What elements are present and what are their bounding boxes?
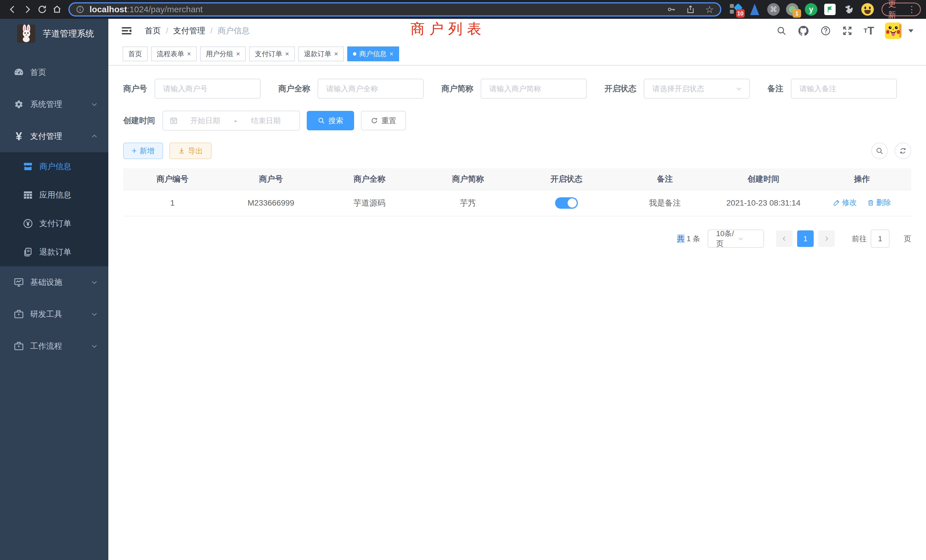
browser-forward-button[interactable] (20, 2, 35, 17)
star-icon: ☆ (705, 5, 714, 14)
tab-pay-order[interactable]: 支付订单× (249, 47, 295, 61)
delete-button[interactable]: 删除 (867, 198, 891, 207)
date-start-placeholder: 开始日期 (178, 116, 233, 126)
edit-button[interactable]: 修改 (833, 198, 857, 207)
plus-icon: + (132, 147, 137, 155)
sidebar-item-merchant-info[interactable]: 商户信息 (0, 152, 108, 181)
tab-home[interactable]: 首页 (123, 47, 148, 61)
close-icon[interactable]: × (389, 50, 393, 57)
browser-home-button[interactable] (50, 2, 64, 17)
sidebar-item-dev-tools[interactable]: 研发工具 (0, 298, 108, 330)
sidebar-logo-row[interactable]: 芋道管理系统 (0, 19, 108, 48)
chevron-down-icon (737, 235, 758, 242)
sidebar-item-label: 应用信息 (39, 190, 71, 200)
browser-reload-button[interactable] (35, 2, 50, 17)
font-size-button[interactable]: TT (864, 26, 874, 36)
toggle-search-button[interactable] (871, 142, 888, 159)
avatar-caret-icon[interactable] (908, 29, 914, 32)
goto-page-input[interactable] (871, 230, 890, 248)
tab-merchant-info-active[interactable]: 商户信息× (347, 47, 399, 61)
share-button[interactable] (686, 5, 695, 14)
prev-page-button[interactable] (776, 230, 793, 247)
breadcrumb-pay[interactable]: 支付管理 (173, 26, 205, 36)
close-icon[interactable]: × (285, 50, 289, 57)
filter-label: 商户号 (123, 83, 154, 94)
search-button[interactable]: 搜索 (307, 111, 354, 130)
toggle-knob (567, 198, 577, 207)
tab-label: 商户信息 (359, 49, 387, 59)
tab-label: 退款订单 (304, 49, 331, 59)
extension-cone[interactable] (748, 3, 761, 16)
close-icon[interactable]: × (187, 50, 191, 57)
browser-update-button[interactable]: 更新 ⋮ (882, 3, 921, 16)
short-name-input[interactable] (481, 79, 587, 98)
sidebar-item-home[interactable]: 首页 (0, 56, 108, 88)
extension-emoji[interactable] (861, 3, 874, 16)
extension-flag[interactable] (823, 3, 837, 16)
sidebar-item-system[interactable]: 系统管理 (0, 88, 108, 120)
extension-camera[interactable]: 1 (786, 3, 799, 16)
filter-full-name: 商户全称 (278, 79, 424, 98)
sidebar-collapse-button[interactable] (121, 25, 132, 36)
avatar-pikachu-image (885, 23, 902, 39)
col-short-name: 商户简称 (419, 168, 517, 190)
breadcrumb-home[interactable]: 首页 (145, 26, 161, 36)
user-avatar[interactable] (885, 23, 902, 39)
refresh-table-button[interactable] (895, 142, 911, 159)
next-page-button[interactable] (818, 230, 835, 247)
help-button[interactable] (820, 26, 831, 36)
browser-back-button[interactable] (5, 2, 20, 17)
sidebar-item-label: 研发工具 (30, 309, 62, 319)
password-key-button[interactable] (667, 5, 676, 14)
header-search-button[interactable] (776, 26, 787, 36)
export-button[interactable]: 导出 (169, 142, 212, 159)
github-button[interactable] (797, 25, 809, 37)
extension-badge-10: 10 (736, 9, 745, 18)
extension-command[interactable]: ⌘ (767, 3, 780, 16)
extensions-puzzle-button[interactable] (842, 3, 855, 16)
refund-doc-icon (22, 247, 34, 257)
close-icon[interactable]: × (236, 50, 240, 57)
close-icon[interactable]: × (334, 50, 338, 57)
tab-process-form[interactable]: 流程表单× (151, 47, 197, 61)
extension-icons: 10 ⌘ 1 y (729, 3, 874, 16)
page-number-1[interactable]: 1 (797, 230, 814, 247)
fullscreen-icon (842, 26, 853, 36)
address-bar[interactable]: localhost:1024/pay/merchant ☆ (68, 2, 721, 17)
add-button[interactable]: + 新增 (123, 142, 163, 159)
sidebar-item-label: 基础设施 (30, 277, 62, 288)
bookmark-star-button[interactable]: ☆ (705, 5, 714, 14)
full-name-input[interactable] (318, 79, 424, 98)
sidebar-item-app-info[interactable]: 应用信息 (0, 181, 108, 209)
sidebar-item-pay[interactable]: ¥ 支付管理 (0, 120, 108, 152)
remark-input[interactable] (791, 79, 897, 98)
tab-refund-order[interactable]: 退款订单× (298, 47, 344, 61)
table-row: 1 M233666999 芋道源码 芋艿 我是备注 2021-10-23 08:… (123, 190, 911, 216)
create-time-range-picker[interactable]: 开始日期 - 结束日期 (162, 110, 300, 130)
sidebar-item-infrastructure[interactable]: 基础设施 (0, 266, 108, 298)
tab-label: 首页 (128, 49, 142, 59)
breadcrumb-current: 商户信息 (218, 26, 250, 36)
back-icon (8, 5, 17, 14)
main-area: 首页 / 支付管理 / 商户信息 商户列表 (108, 19, 926, 560)
reset-button[interactable]: 重置 (361, 111, 406, 130)
page-size-select[interactable]: 10条/页 (708, 230, 764, 248)
sidebar-item-workflow[interactable]: 工作流程 (0, 330, 108, 362)
extension-y[interactable]: y (805, 3, 818, 16)
chevron-right-icon (823, 235, 830, 242)
chevron-down-icon (91, 310, 98, 318)
site-info-icon[interactable] (76, 5, 85, 14)
table-toolbar: + 新增 导出 (123, 142, 911, 159)
fullscreen-button[interactable] (842, 26, 853, 36)
sidebar-item-pay-order[interactable]: 支付订单 (0, 209, 108, 238)
status-toggle-on[interactable] (555, 197, 578, 209)
sidebar-item-refund-order[interactable]: 退款订单 (0, 238, 108, 266)
tab-user-group[interactable]: 用户分组× (200, 47, 246, 61)
extension-diamond[interactable]: 10 (729, 3, 742, 16)
browser-menu-icon[interactable]: ⋮ (906, 5, 918, 14)
col-create-time: 创建时间 (714, 168, 813, 190)
chevron-down-icon (91, 101, 98, 108)
col-merchant-no: 商户号 (222, 168, 321, 190)
merchant-no-input[interactable] (154, 79, 260, 98)
status-select[interactable]: 请选择开启状态 (644, 79, 750, 98)
